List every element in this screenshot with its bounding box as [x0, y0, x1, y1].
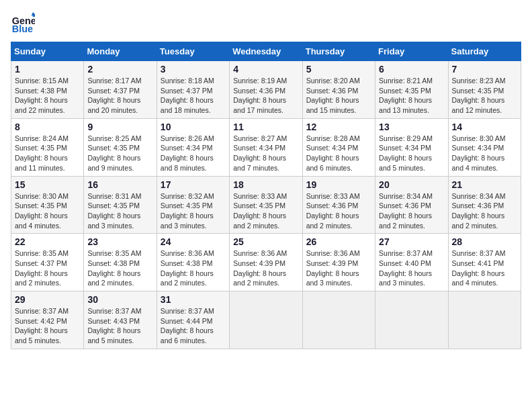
day-cell [448, 291, 521, 349]
day-number: 23 [87, 236, 152, 247]
day-info: Sunrise: 8:33 AM Sunset: 4:35 PM Dayligh… [233, 191, 298, 231]
day-info: Sunrise: 8:32 AM Sunset: 4:35 PM Dayligh… [161, 191, 226, 231]
day-number: 21 [452, 179, 517, 190]
day-cell: 22 Sunrise: 8:35 AM Sunset: 4:37 PM Dayl… [11, 234, 84, 291]
day-number: 15 [15, 179, 80, 190]
header-cell-saturday: Saturday [448, 42, 521, 61]
day-number: 7 [452, 64, 517, 75]
day-cell: 21 Sunrise: 8:34 AM Sunset: 4:36 PM Dayl… [448, 176, 521, 234]
day-info: Sunrise: 8:34 AM Sunset: 4:36 PM Dayligh… [452, 191, 517, 231]
day-number: 12 [306, 122, 371, 132]
day-cell [230, 291, 302, 349]
day-cell: 12 Sunrise: 8:28 AM Sunset: 4:34 PM Dayl… [302, 118, 375, 176]
day-cell: 30 Sunrise: 8:37 AM Sunset: 4:43 PM Dayl… [84, 291, 157, 349]
header-row: SundayMondayTuesdayWednesdayThursdayFrid… [11, 42, 521, 61]
day-cell [375, 291, 448, 349]
day-number: 10 [161, 122, 226, 132]
svg-text:Blue: Blue [12, 24, 33, 34]
day-cell: 11 Sunrise: 8:27 AM Sunset: 4:34 PM Dayl… [230, 118, 302, 176]
logo: General Blue [11, 11, 38, 35]
day-info: Sunrise: 8:35 AM Sunset: 4:38 PM Dayligh… [87, 248, 152, 288]
day-cell: 4 Sunrise: 8:19 AM Sunset: 4:36 PM Dayli… [230, 61, 302, 119]
header-cell-tuesday: Tuesday [157, 42, 229, 61]
header-cell-friday: Friday [375, 42, 448, 61]
day-info: Sunrise: 8:34 AM Sunset: 4:36 PM Dayligh… [379, 191, 444, 231]
day-info: Sunrise: 8:37 AM Sunset: 4:44 PM Dayligh… [161, 306, 226, 346]
header-cell-thursday: Thursday [302, 42, 375, 61]
day-info: Sunrise: 8:30 AM Sunset: 4:34 PM Dayligh… [452, 134, 517, 173]
day-cell: 17 Sunrise: 8:32 AM Sunset: 4:35 PM Dayl… [157, 176, 229, 234]
day-info: Sunrise: 8:33 AM Sunset: 4:36 PM Dayligh… [306, 191, 371, 231]
day-number: 28 [452, 236, 517, 247]
day-number: 27 [379, 236, 444, 247]
logo-icon: General Blue [11, 11, 35, 35]
day-info: Sunrise: 8:18 AM Sunset: 4:37 PM Dayligh… [161, 76, 226, 116]
day-info: Sunrise: 8:15 AM Sunset: 4:38 PM Dayligh… [15, 76, 80, 116]
day-info: Sunrise: 8:23 AM Sunset: 4:35 PM Dayligh… [452, 76, 517, 116]
day-cell: 23 Sunrise: 8:35 AM Sunset: 4:38 PM Dayl… [84, 234, 157, 291]
day-number: 31 [161, 294, 226, 305]
day-info: Sunrise: 8:29 AM Sunset: 4:34 PM Dayligh… [379, 134, 444, 173]
day-cell: 29 Sunrise: 8:37 AM Sunset: 4:42 PM Dayl… [11, 291, 84, 349]
day-cell: 24 Sunrise: 8:36 AM Sunset: 4:38 PM Dayl… [157, 234, 229, 291]
day-cell: 3 Sunrise: 8:18 AM Sunset: 4:37 PM Dayli… [157, 61, 229, 119]
day-cell: 8 Sunrise: 8:24 AM Sunset: 4:35 PM Dayli… [11, 118, 84, 176]
week-row-3: 15 Sunrise: 8:30 AM Sunset: 4:35 PM Dayl… [11, 176, 521, 234]
day-number: 30 [87, 294, 152, 305]
day-info: Sunrise: 8:21 AM Sunset: 4:35 PM Dayligh… [379, 76, 444, 116]
day-cell: 15 Sunrise: 8:30 AM Sunset: 4:35 PM Dayl… [11, 176, 84, 234]
day-cell: 5 Sunrise: 8:20 AM Sunset: 4:36 PM Dayli… [302, 61, 375, 119]
day-cell: 10 Sunrise: 8:26 AM Sunset: 4:34 PM Dayl… [157, 118, 229, 176]
day-info: Sunrise: 8:19 AM Sunset: 4:36 PM Dayligh… [233, 76, 298, 116]
week-row-1: 1 Sunrise: 8:15 AM Sunset: 4:38 PM Dayli… [11, 61, 521, 119]
day-info: Sunrise: 8:20 AM Sunset: 4:36 PM Dayligh… [306, 76, 371, 116]
day-cell: 31 Sunrise: 8:37 AM Sunset: 4:44 PM Dayl… [157, 291, 229, 349]
day-cell: 28 Sunrise: 8:37 AM Sunset: 4:41 PM Dayl… [448, 234, 521, 291]
day-cell: 14 Sunrise: 8:30 AM Sunset: 4:34 PM Dayl… [448, 118, 521, 176]
day-number: 4 [233, 64, 298, 75]
day-number: 17 [161, 179, 226, 190]
day-number: 13 [379, 122, 444, 132]
day-cell: 9 Sunrise: 8:25 AM Sunset: 4:35 PM Dayli… [84, 118, 157, 176]
day-number: 2 [87, 64, 152, 75]
day-number: 26 [306, 236, 371, 247]
day-number: 8 [15, 122, 80, 132]
day-info: Sunrise: 8:28 AM Sunset: 4:34 PM Dayligh… [306, 134, 371, 173]
header-cell-wednesday: Wednesday [230, 42, 302, 61]
week-row-5: 29 Sunrise: 8:37 AM Sunset: 4:42 PM Dayl… [11, 291, 521, 349]
day-info: Sunrise: 8:25 AM Sunset: 4:35 PM Dayligh… [87, 134, 152, 173]
day-info: Sunrise: 8:27 AM Sunset: 4:34 PM Dayligh… [233, 134, 298, 173]
day-cell [302, 291, 375, 349]
day-info: Sunrise: 8:24 AM Sunset: 4:35 PM Dayligh… [15, 134, 80, 173]
day-cell: 6 Sunrise: 8:21 AM Sunset: 4:35 PM Dayli… [375, 61, 448, 119]
day-number: 19 [306, 179, 371, 190]
day-info: Sunrise: 8:37 AM Sunset: 4:41 PM Dayligh… [452, 248, 517, 288]
day-info: Sunrise: 8:36 AM Sunset: 4:39 PM Dayligh… [233, 248, 298, 288]
day-cell: 13 Sunrise: 8:29 AM Sunset: 4:34 PM Dayl… [375, 118, 448, 176]
day-cell: 16 Sunrise: 8:31 AM Sunset: 4:35 PM Dayl… [84, 176, 157, 234]
day-number: 11 [233, 122, 298, 132]
header-cell-monday: Monday [84, 42, 157, 61]
day-info: Sunrise: 8:26 AM Sunset: 4:34 PM Dayligh… [161, 134, 226, 173]
day-info: Sunrise: 8:36 AM Sunset: 4:38 PM Dayligh… [161, 248, 226, 288]
day-number: 18 [233, 179, 298, 190]
day-cell: 18 Sunrise: 8:33 AM Sunset: 4:35 PM Dayl… [230, 176, 302, 234]
day-number: 22 [15, 236, 80, 247]
day-number: 14 [452, 122, 517, 132]
day-cell: 27 Sunrise: 8:37 AM Sunset: 4:40 PM Dayl… [375, 234, 448, 291]
day-number: 24 [161, 236, 226, 247]
day-number: 3 [161, 64, 226, 75]
day-number: 16 [87, 179, 152, 190]
day-number: 5 [306, 64, 371, 75]
day-number: 6 [379, 64, 444, 75]
day-cell: 26 Sunrise: 8:36 AM Sunset: 4:39 PM Dayl… [302, 234, 375, 291]
day-info: Sunrise: 8:36 AM Sunset: 4:39 PM Dayligh… [306, 248, 371, 288]
day-info: Sunrise: 8:31 AM Sunset: 4:35 PM Dayligh… [87, 191, 152, 231]
day-cell: 25 Sunrise: 8:36 AM Sunset: 4:39 PM Dayl… [230, 234, 302, 291]
day-info: Sunrise: 8:35 AM Sunset: 4:37 PM Dayligh… [15, 248, 80, 288]
day-cell: 2 Sunrise: 8:17 AM Sunset: 4:37 PM Dayli… [84, 61, 157, 119]
header-cell-sunday: Sunday [11, 42, 84, 61]
calendar-table: SundayMondayTuesdayWednesdayThursdayFrid… [11, 42, 521, 349]
day-cell: 7 Sunrise: 8:23 AM Sunset: 4:35 PM Dayli… [448, 61, 521, 119]
day-cell: 19 Sunrise: 8:33 AM Sunset: 4:36 PM Dayl… [302, 176, 375, 234]
